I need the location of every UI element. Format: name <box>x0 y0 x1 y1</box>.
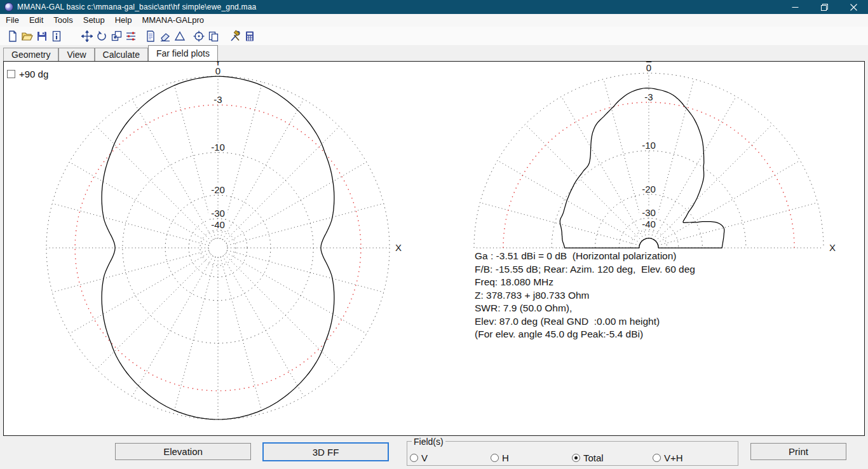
radio-v[interactable]: V <box>410 452 428 463</box>
info-fb: F/B: -15.55 dB; Rear: Azim. 120 deg, Ele… <box>475 263 695 276</box>
target-icon[interactable] <box>193 30 205 43</box>
menu-edit[interactable]: Edit <box>24 14 48 27</box>
svg-text:-10: -10 <box>211 142 225 153</box>
tab-geometry[interactable]: Geometry <box>3 48 58 61</box>
fields-groupbox-label: Field(s) <box>412 437 445 447</box>
svg-text:-40: -40 <box>642 219 656 229</box>
info-impedance: Z: 378.783 + j80.733 Ohm <box>475 289 695 302</box>
info-gain: Ga : -3.51 dBi = 0 dB (Horizontal polari… <box>475 250 695 263</box>
svg-text:-30: -30 <box>211 208 225 219</box>
menu-help[interactable]: Help <box>110 14 137 27</box>
plus90-checkbox-label: +90 dg <box>19 69 48 79</box>
tab-far-field-plots[interactable]: Far field plots <box>148 45 218 61</box>
save-icon[interactable] <box>36 30 48 43</box>
result-info-block: Ga : -3.51 dBi = 0 dB (Horizontal polari… <box>475 250 695 341</box>
rotate-icon[interactable] <box>95 30 108 43</box>
svg-text:-3: -3 <box>214 94 222 105</box>
svg-text:-10: -10 <box>642 140 656 151</box>
radio-total-circle[interactable] <box>572 454 580 462</box>
radio-v-plus-h[interactable]: V+H <box>653 452 683 463</box>
minimize-icon <box>792 4 799 11</box>
new-icon[interactable] <box>6 30 19 43</box>
info-elev: Elev: 87.0 deg (Real GND :0.00 m height) <box>475 315 695 329</box>
radio-h[interactable]: H <box>491 452 509 463</box>
tab-bar: Geometry View Calculate Far field plots <box>0 45 868 61</box>
plus90-checkbox[interactable] <box>7 70 15 78</box>
close-icon <box>850 4 857 11</box>
3d-ff-button[interactable]: 3D FF <box>262 442 389 461</box>
svg-text:Y: Y <box>215 62 221 67</box>
print-button[interactable]: Print <box>750 443 846 460</box>
svg-text:-30: -30 <box>642 207 656 218</box>
close-button[interactable] <box>839 0 868 14</box>
svg-text:X: X <box>829 242 836 253</box>
radio-v-circle[interactable] <box>410 454 418 462</box>
open-icon[interactable] <box>21 30 34 43</box>
window-title: MMANA-GAL basic c:\mmana-gal_basic\ant\h… <box>17 3 780 11</box>
svg-text:X: X <box>395 242 402 253</box>
svg-text:-3: -3 <box>644 92 653 102</box>
restore-icon <box>821 4 828 11</box>
radio-v-plus-h-circle[interactable] <box>653 454 661 462</box>
calculator-icon[interactable] <box>243 30 256 43</box>
footer-bar: Elevation 3D FF Field(s) V H Total V+H P… <box>0 437 868 469</box>
polar-plots: 0-3-10-20-30-40YX0-3-10-20-30-40ZX <box>4 62 864 435</box>
radio-h-circle[interactable] <box>491 454 499 462</box>
info-icon[interactable] <box>50 30 63 43</box>
menu-file[interactable]: File <box>1 14 24 27</box>
window-icon[interactable] <box>110 30 123 43</box>
menu-mmana-galpro[interactable]: MMANA-GALpro <box>137 14 209 27</box>
page-icon[interactable] <box>144 30 157 43</box>
svg-text:-20: -20 <box>211 184 225 195</box>
eraser-icon[interactable] <box>159 30 172 43</box>
radio-total-label: Total <box>583 452 604 463</box>
restore-button[interactable] <box>810 0 839 14</box>
info-freq: Freq: 18.080 MHz <box>475 276 695 289</box>
info-peak: (For elev. angle 45.0 dg Peak:-5.4 dBi) <box>475 328 695 341</box>
menu-tools[interactable]: Tools <box>48 14 78 27</box>
far-field-plot-panel: 0-3-10-20-30-40YX0-3-10-20-30-40ZX +90 d… <box>3 61 865 436</box>
copy-icon[interactable] <box>207 30 220 43</box>
radio-h-label: H <box>502 452 509 463</box>
radio-total[interactable]: Total <box>572 452 604 463</box>
move-icon[interactable] <box>81 30 93 43</box>
elevation-button[interactable]: Elevation <box>115 443 251 460</box>
options-icon[interactable] <box>125 30 137 43</box>
radio-v-label: V <box>421 452 428 463</box>
tools-icon[interactable] <box>229 30 241 43</box>
fields-groupbox: Field(s) V H Total V+H <box>407 441 738 466</box>
triangle-icon[interactable] <box>173 30 186 43</box>
app-icon <box>4 3 13 11</box>
title-bar: MMANA-GAL basic c:\mmana-gal_basic\ant\h… <box>0 0 868 14</box>
info-swr: SWR: 7.9 (50.0 Ohm), <box>475 302 695 315</box>
toolbar <box>0 27 868 45</box>
menu-bar: File Edit Tools Setup Help MMANA-GALpro <box>0 14 868 27</box>
svg-text:-20: -20 <box>642 184 656 194</box>
radio-v-plus-h-label: V+H <box>664 452 683 463</box>
menu-setup[interactable]: Setup <box>78 14 110 27</box>
svg-text:Z: Z <box>646 62 651 64</box>
tab-view[interactable]: View <box>58 48 94 61</box>
svg-text:-40: -40 <box>211 219 225 230</box>
minimize-button[interactable] <box>780 0 810 14</box>
tab-calculate[interactable]: Calculate <box>95 48 148 61</box>
